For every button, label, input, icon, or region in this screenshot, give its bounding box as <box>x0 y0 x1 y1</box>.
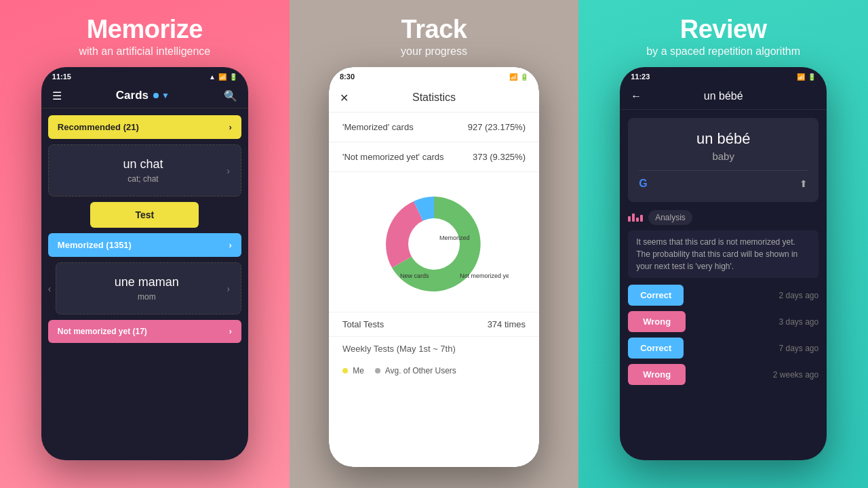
search-icon[interactable]: 🔍 <box>224 89 237 102</box>
middle-panel: Track your progress 8:30 📶 🔋 ✕ Statistic… <box>290 0 579 488</box>
wrong-button-4[interactable]: Wrong <box>628 364 686 385</box>
review-flashcard: un bébé baby G ⬆ <box>628 118 818 202</box>
right-phone: 11:23 📶 🔋 ← un bébé un bébé baby G ⬆ <box>620 67 827 460</box>
svg-text:New cards: New cards <box>400 272 429 279</box>
left-title: Memorize <box>79 15 210 44</box>
history-item-2: Wrong 3 days ago <box>628 311 818 332</box>
weekly-section: Weekly Tests (May 1st ~ 7th) <box>329 336 539 361</box>
left-nav-title: Cards ▼ <box>116 89 170 102</box>
stats-screen: 8:30 📶 🔋 ✕ Statistics 'Memorized' cards … <box>329 67 539 467</box>
review-nav: ← un bébé <box>620 83 827 110</box>
bar-chart-icon <box>628 214 643 222</box>
memorized-cards-row: 'Memorized' cards 927 (23.175%) <box>329 113 539 142</box>
middle-phone: 8:30 📶 🔋 ✕ Statistics 'Memorized' cards … <box>329 67 539 467</box>
stats-header: ✕ Statistics <box>329 83 539 113</box>
svg-text:Not memorized yet: Not memorized yet <box>460 272 509 279</box>
right-header: Review by a spaced repetition algorithm <box>633 0 814 67</box>
middle-time: 8:30 <box>340 73 355 81</box>
left-status-icons: ▲ 📶 🔋 <box>209 73 237 81</box>
right-status-bar: 11:23 📶 🔋 <box>620 67 827 83</box>
not-memorized-button[interactable]: Not memorized yet (17) › <box>48 320 241 343</box>
analysis-label: Analysis <box>648 210 692 225</box>
legend-others-dot <box>375 368 380 373</box>
history-time-1: 2 days ago <box>778 291 818 300</box>
left-nav-bar: ☰ Cards ▼ 🔍 <box>41 83 248 108</box>
svg-text:Memorized: Memorized <box>439 235 470 241</box>
donut-chart: Memorized New cards Not memorized yet <box>359 183 509 305</box>
left-panel: Memorize with an artificial intelligence… <box>0 0 290 488</box>
total-tests-row: Total Tests 374 times <box>329 312 539 336</box>
history-list: Correct 2 days ago Wrong 3 days ago Corr… <box>620 285 827 385</box>
history-item-3: Correct 7 days ago <box>628 338 818 359</box>
review-translation: baby <box>639 150 808 162</box>
legend-me-dot <box>342 368 348 373</box>
memorized-button[interactable]: Memorized (1351) › <box>48 233 241 257</box>
right-panel: Review by a spaced repetition algorithm … <box>578 0 868 488</box>
middle-title: Track <box>401 15 467 44</box>
wrong-button-2[interactable]: Wrong <box>628 311 686 332</box>
flash-card-2[interactable]: une maman mom › <box>56 262 241 314</box>
review-word: un bébé <box>639 130 808 148</box>
review-title: un bébé <box>704 90 743 102</box>
left-phone: 11:15 ▲ 📶 🔋 ☰ Cards ▼ 🔍 Recommended (21)… <box>41 67 248 460</box>
hamburger-icon[interactable]: ☰ <box>52 89 62 102</box>
history-time-4: 2 weeks ago <box>773 370 818 380</box>
review-actions: G ⬆ <box>639 170 808 190</box>
middle-status-bar: 8:30 📶 🔋 <box>329 67 539 83</box>
right-time: 11:23 <box>631 73 650 81</box>
card-list: Recommended (21) › un chat cat; chat › T… <box>41 108 248 350</box>
left-subtitle: with an artificial intelligence <box>79 45 210 58</box>
recommended-button[interactable]: Recommended (21) › <box>48 115 241 139</box>
correct-button-1[interactable]: Correct <box>628 285 684 306</box>
stats-title: Statistics <box>412 92 456 104</box>
history-item-1: Correct 2 days ago <box>628 285 818 306</box>
donut-chart-container: Memorized New cards Not memorized yet <box>329 172 539 312</box>
review-description: It seems that this card is not memorized… <box>628 230 818 278</box>
middle-header: Track your progress <box>387 0 481 67</box>
history-item-4: Wrong 2 weeks ago <box>628 364 818 385</box>
middle-subtitle: your progress <box>401 45 467 58</box>
correct-button-3[interactable]: Correct <box>628 338 684 359</box>
analysis-section: Analysis <box>628 210 818 225</box>
card-row-maman: ‹ une maman mom › <box>48 262 241 314</box>
nav-dot <box>153 93 159 98</box>
chart-legend: Me Avg. of Other Users <box>329 361 539 381</box>
left-status-bar: 11:15 ▲ 📶 🔋 <box>41 67 248 83</box>
flash-card-1[interactable]: un chat cat; chat › <box>48 144 241 197</box>
not-memorized-cards-row: 'Not memorized yet' cards 373 (9.325%) <box>329 142 539 172</box>
history-time-3: 7 days ago <box>778 344 818 353</box>
back-arrow-icon[interactable]: ← <box>631 90 642 102</box>
left-header: Memorize with an artificial intelligence <box>65 0 224 67</box>
right-subtitle: by a spaced repetition algorithm <box>646 45 800 58</box>
test-button[interactable]: Test <box>90 202 199 228</box>
history-time-2: 3 days ago <box>778 317 818 327</box>
share-icon[interactable]: ⬆ <box>800 178 808 189</box>
right-title: Review <box>646 15 800 44</box>
google-icon[interactable]: G <box>639 178 647 190</box>
left-time: 11:15 <box>52 73 71 81</box>
svg-point-0 <box>408 218 460 270</box>
close-icon[interactable]: ✕ <box>340 92 349 104</box>
